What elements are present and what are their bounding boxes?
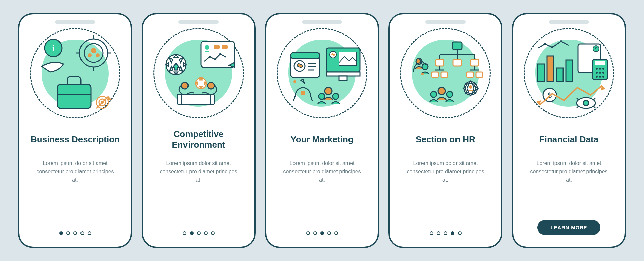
- screen-title: Financial Data: [537, 128, 601, 151]
- svg-point-71: [469, 85, 472, 89]
- svg-point-30: [208, 82, 214, 89]
- pagination-dot-0[interactable]: [183, 231, 186, 235]
- pagination-dot-2[interactable]: [197, 231, 201, 235]
- illustration-financial: $ $: [524, 28, 614, 118]
- svg-point-37: [293, 80, 296, 83]
- pagination-dot-3[interactable]: [451, 231, 454, 235]
- onboarding-screen-2: Your Marketing Lorem ipsum dolor sit ame…: [265, 13, 379, 248]
- svg-point-93: [602, 72, 604, 74]
- illustration-business: i: [30, 28, 120, 118]
- illustration-hr: [400, 28, 491, 118]
- svg-rect-87: [595, 61, 605, 65]
- svg-point-68: [431, 91, 437, 97]
- pagination-dot-1[interactable]: [66, 231, 70, 235]
- svg-point-23: [214, 58, 216, 60]
- screen-description: Lorem ipsum dolor sit amet consectetur p…: [521, 159, 617, 184]
- pagination-dot-2[interactable]: [73, 231, 77, 235]
- svg-point-66: [421, 73, 424, 75]
- pagination-dot-3[interactable]: [327, 231, 331, 235]
- svg-point-45: [319, 93, 325, 99]
- svg-text:$: $: [595, 47, 597, 51]
- svg-point-69: [447, 91, 453, 97]
- pagination-dots: [430, 231, 462, 235]
- svg-point-92: [599, 72, 601, 74]
- screen-description: Lorem ipsum dolor sit amet consectetur p…: [274, 159, 370, 184]
- phone-notch: [302, 20, 342, 24]
- onboarding-row: i Business Description Lorem ipsum dolor…: [18, 13, 626, 248]
- svg-rect-72: [538, 64, 544, 82]
- phone-notch: [549, 20, 589, 24]
- svg-point-76: [544, 43, 546, 45]
- svg-rect-55: [471, 59, 479, 66]
- screen-title: Your Marketing: [288, 128, 356, 151]
- svg-rect-74: [556, 68, 563, 82]
- phone-notch: [425, 20, 466, 24]
- pagination-dot-1[interactable]: [313, 231, 317, 235]
- pagination-dot-4[interactable]: [334, 231, 338, 235]
- pagination-dot-0[interactable]: [430, 231, 433, 235]
- svg-point-4: [91, 48, 96, 53]
- phone-notch: [178, 20, 219, 24]
- svg-rect-39: [326, 72, 360, 76]
- illustration-marketing: [277, 28, 367, 118]
- svg-point-96: [602, 76, 604, 78]
- svg-point-77: [551, 46, 553, 48]
- pagination-dots: [59, 231, 91, 235]
- svg-point-89: [599, 68, 601, 70]
- svg-rect-40: [339, 76, 347, 80]
- onboarding-screen-4: $ $ Financial Data Lorem ipsum dolor sit…: [512, 13, 626, 248]
- phone-notch: [55, 20, 95, 24]
- svg-rect-62: [467, 72, 473, 77]
- svg-rect-26: [177, 94, 214, 104]
- svg-text:i: i: [52, 43, 55, 53]
- svg-point-88: [596, 68, 598, 70]
- pagination-dot-0[interactable]: [306, 231, 310, 235]
- onboarding-screen-0: i Business Description Lorem ipsum dolor…: [18, 13, 132, 248]
- svg-point-67: [438, 87, 445, 95]
- onboarding-screen-3: Section on HR Lorem ipsum dolor sit amet…: [388, 13, 502, 248]
- pagination-dot-2[interactable]: [444, 231, 447, 235]
- illustration-competitive: [153, 28, 244, 118]
- svg-point-22: [209, 56, 211, 58]
- pagination-dot-1[interactable]: [190, 231, 194, 235]
- screen-title: Business Description: [28, 128, 122, 151]
- svg-point-44: [325, 87, 332, 95]
- svg-rect-43: [301, 91, 305, 95]
- svg-point-29: [181, 82, 188, 89]
- svg-point-91: [596, 72, 598, 74]
- screen-title: Competitive Environment: [150, 128, 247, 151]
- svg-point-78: [560, 40, 562, 42]
- svg-point-24: [219, 53, 221, 55]
- svg-rect-32: [291, 53, 320, 59]
- svg-point-5: [88, 53, 92, 57]
- screen-description: Lorem ipsum dolor sit amet consectetur p…: [397, 159, 494, 184]
- pagination-dots: [306, 231, 338, 235]
- svg-rect-75: [566, 60, 573, 82]
- pagination-dot-2[interactable]: [320, 231, 324, 235]
- pagination-dot-4[interactable]: [88, 231, 91, 235]
- svg-rect-53: [436, 59, 444, 66]
- svg-rect-63: [476, 72, 483, 77]
- learn-more-button[interactable]: LEARN MORE: [537, 220, 601, 235]
- onboarding-screen-1: Competitive Environment Lorem ipsum dolo…: [142, 13, 256, 248]
- svg-rect-21: [222, 45, 228, 49]
- pagination-dot-0[interactable]: [59, 231, 63, 235]
- pagination-dots: [183, 231, 215, 235]
- pagination-dot-1[interactable]: [437, 231, 440, 235]
- svg-rect-20: [214, 45, 220, 49]
- svg-point-100: [583, 100, 589, 106]
- screen-title: Section on HR: [413, 128, 478, 151]
- svg-rect-60: [432, 72, 438, 77]
- pagination-dot-4[interactable]: [211, 231, 215, 235]
- screen-description: Lorem ipsum dolor sit amet consectetur p…: [27, 159, 123, 184]
- svg-point-6: [96, 53, 100, 57]
- svg-point-94: [596, 76, 598, 78]
- svg-point-19: [205, 45, 209, 50]
- pagination-dot-3[interactable]: [80, 231, 84, 235]
- screen-description: Lorem ipsum dolor sit amet consectetur p…: [150, 159, 247, 184]
- svg-rect-47: [452, 42, 462, 49]
- svg-rect-61: [441, 72, 448, 77]
- pagination-dot-4[interactable]: [458, 231, 462, 235]
- pagination-dot-3[interactable]: [204, 231, 208, 235]
- svg-rect-54: [453, 59, 461, 66]
